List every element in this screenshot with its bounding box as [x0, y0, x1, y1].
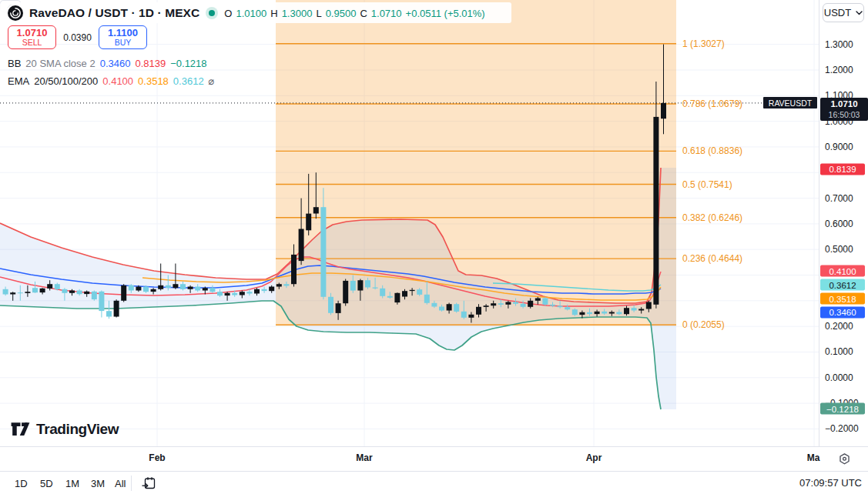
bottom-toolbar: 1D5D1M3MAll 07:09:57 UTC	[0, 471, 868, 494]
buy-price: 1.1100	[108, 28, 138, 38]
trade-panel: 1.0710 SELL 0.0390 1.1100 BUY	[8, 25, 147, 49]
calendar-arrow-icon	[141, 476, 156, 491]
currency-unit-value: USDT	[824, 7, 851, 18]
axis-price-chip: 0.3612	[820, 279, 865, 291]
high-label: H	[270, 8, 277, 19]
trading-chart-app: 1 (1.3027)0.786 (1.0679)0.618 (0.8836)0.…	[0, 0, 868, 494]
fib-level-label: 0.382 (0.6246)	[682, 212, 742, 223]
fib-level-label: 0.5 (0.7541)	[682, 179, 732, 190]
price-tick: −0.2000	[825, 423, 859, 434]
fib-level-label: 0 (0.2055)	[682, 319, 725, 330]
toolbar-divider	[131, 476, 132, 491]
fib-level-label: 1 (1.3027)	[682, 38, 725, 49]
price-tick: 1.3000	[825, 39, 853, 50]
bb-lower-value: −0.1218	[170, 58, 206, 69]
price-tick: 0.1000	[825, 346, 853, 357]
fib-level-label: 0.786 (1.0679)	[682, 98, 742, 109]
ema-indicator-legend[interactable]: EMA 20/50/100/200 0.4100 0.3518 0.3612 ⌀	[8, 75, 214, 87]
price-tick: 0.7000	[825, 193, 853, 204]
low-label: L	[316, 8, 321, 19]
bb-upper-value: 0.8139	[135, 58, 166, 69]
high-value: 1.3000	[282, 8, 313, 19]
symbol-tag-label: RAVEUSDT	[763, 97, 817, 108]
axis-price-chip: −0.1218	[820, 403, 865, 415]
sell-button[interactable]: 1.0710 SELL	[8, 25, 56, 49]
axis-price-chip: 0.8139	[820, 163, 865, 175]
close-value: 1.0710	[371, 8, 402, 19]
range-button-5d[interactable]: 5D	[38, 476, 55, 490]
symbol-title[interactable]: RaveDAO / USDT · 1D · MEXC	[29, 6, 199, 20]
bb-name: BB	[8, 58, 21, 69]
close-label: C	[360, 8, 367, 19]
goto-date-button[interactable]	[141, 476, 156, 491]
tradingview-logo-icon	[10, 420, 31, 439]
month-label: Ma	[807, 452, 820, 463]
price-tick: 1.2000	[825, 65, 853, 75]
tradingview-logo-text: TradingView	[36, 421, 119, 438]
price-tick: 0.6000	[825, 219, 853, 229]
price-tick: 0.2000	[825, 321, 853, 332]
bar-countdown: 16:50:03	[829, 110, 860, 119]
ohlc-legend: O1.0100 H1.3000 L0.9500 C1.0710 +0.0511 …	[224, 8, 484, 19]
open-label: O	[224, 8, 232, 19]
gear-icon	[838, 452, 851, 466]
range-button-all[interactable]: All	[112, 476, 128, 490]
month-label: Apr	[586, 452, 602, 463]
time-axis[interactable]: FebMarAprMa	[0, 446, 868, 471]
price-tick: 0.9000	[825, 142, 853, 152]
ema-name: EMA	[8, 75, 29, 87]
axis-price-chip: 0.4100	[820, 265, 865, 277]
ema200-empty-value: ⌀	[209, 75, 215, 87]
last-price-label: 1.0710 16:50:03	[820, 98, 868, 121]
tradingview-logo[interactable]: TradingView	[10, 420, 119, 439]
axis-price-chip: 0.3518	[820, 293, 865, 305]
sell-price: 1.0710	[17, 28, 48, 38]
price-tick: 0.0000	[825, 372, 853, 383]
ema100-value: 0.3612	[173, 75, 204, 87]
price-tick: 0.5000	[825, 244, 853, 255]
open-value: 1.0100	[236, 8, 266, 19]
ravedao-logo	[8, 5, 23, 21]
bb-basis-value: 0.3460	[100, 58, 131, 69]
price-axis[interactable]: 1.30001.20001.10001.00000.90000.70000.60…	[819, 0, 868, 446]
utc-clock[interactable]: 07:09:57 UTC	[799, 477, 862, 489]
ema50-value: 0.3518	[138, 75, 169, 87]
chevron-down-icon	[856, 11, 863, 15]
fib-level-label: 0.236 (0.4644)	[682, 253, 742, 264]
buy-label: BUY	[115, 38, 132, 47]
month-label: Mar	[356, 452, 372, 463]
axis-settings-button[interactable]	[836, 451, 852, 466]
ema-params: 20/50/100/200	[34, 75, 98, 87]
range-button-1d[interactable]: 1D	[12, 476, 30, 490]
last-price-value: 1.0710	[830, 99, 857, 109]
axis-price-chip: 0.3460	[820, 306, 865, 318]
month-label: Feb	[149, 452, 165, 463]
change-value: +0.0511 (+5.01%)	[406, 8, 485, 19]
currency-unit-dropdown[interactable]: USDT	[823, 3, 864, 22]
bb-indicator-legend[interactable]: BB 20 SMA close 2 0.3460 0.8139 −0.1218	[8, 58, 207, 69]
spread-value: 0.0390	[56, 32, 99, 43]
fib-level-label: 0.618 (0.8836)	[682, 145, 742, 156]
low-value: 0.9500	[326, 8, 357, 19]
buy-button[interactable]: 1.1100 BUY	[99, 25, 147, 49]
header-row: RaveDAO / USDT · 1D · MEXC O1.0100 H1.30…	[8, 4, 485, 22]
bb-params: 20 SMA close 2	[25, 58, 95, 69]
range-button-1m[interactable]: 1M	[63, 476, 82, 490]
sell-label: SELL	[22, 38, 42, 47]
ema20-value: 0.4100	[102, 75, 133, 87]
market-status-icon[interactable]	[206, 7, 218, 19]
range-button-3m[interactable]: 3M	[89, 476, 107, 490]
